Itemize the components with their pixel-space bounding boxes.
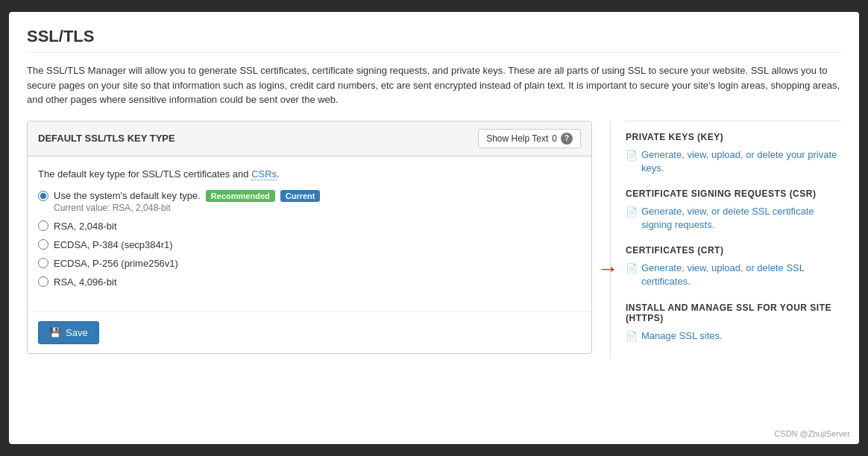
sidebar-section-title-private-keys: PRIVATE KEYS (KEY) [626,132,841,142]
sidebar-section-title-crt: CERTIFICATES (CRT) [626,245,841,256]
radio-label-opt1[interactable]: Use the system's default key type. [54,190,201,201]
radio-label-opt5[interactable]: RSA, 4,096-bit [54,276,117,288]
show-help-label: Show Help Text [486,133,548,144]
radio-input-opt1[interactable] [38,191,48,201]
show-help-value: 0 [552,133,557,144]
page-title: SSL/TLS [27,27,841,53]
sidebar-link-private-keys[interactable]: 📄Generate, view, upload, or delete your … [626,148,841,175]
radio-item-opt4[interactable]: ECDSA, P-256 (prime256v1) [38,258,581,269]
radio-input-opt5[interactable] [38,276,48,287]
radio-item-opt2[interactable]: RSA, 2,048-bit [38,221,581,232]
badge-recommended: Recommended [206,190,275,202]
radio-group: Use the system's default key type.Recomm… [38,190,581,291]
card-footer: 💾 Save [28,311,591,353]
main-window: SSL/TLS The SSL/TLS Manager will allow y… [9,12,859,444]
badge-current: Current [280,190,321,202]
left-panel: DEFAULT SSL/TLS KEY TYPE Show Help Text … [27,121,592,357]
csrs-link[interactable]: CSRs [251,168,277,180]
card-description: The default key type for SSL/TLS certifi… [38,168,581,180]
radio-item-opt5[interactable]: RSA, 4,096-bit [38,276,581,288]
sidebar-link-text-install: Manage SSL sites. [641,329,723,343]
sidebar-link-install[interactable]: 📄Manage SSL sites. [626,329,841,343]
red-arrow-icon: → [597,257,618,281]
main-layout: DEFAULT SSL/TLS KEY TYPE Show Help Text … [27,121,841,357]
current-value-opt1: Current value: RSA, 2,048-bit [54,203,581,213]
sidebar-link-csr[interactable]: 📄Generate, view, or delete SSL certifica… [626,205,841,232]
save-button[interactable]: 💾 Save [38,321,99,344]
radio-label-opt4[interactable]: ECDSA, P-256 (prime256v1) [54,258,178,269]
card-header: DEFAULT SSL/TLS KEY TYPE Show Help Text … [28,121,591,156]
sidebar-section-title-csr: CERTIFICATE SIGNING REQUESTS (CSR) [626,189,841,199]
sidebar-section-title-install: INSTALL AND MANAGE SSL FOR YOUR SITE (HT… [626,303,841,323]
card-desc-text1: The default key type for SSL/TLS certifi… [38,168,251,180]
card-body: The default key type for SSL/TLS certifi… [28,156,591,303]
page-description: The SSL/TLS Manager will allow you to ge… [27,63,841,107]
radio-input-opt4[interactable] [38,258,48,268]
sidebar-section-crt: CERTIFICATES (CRT)→📄Generate, view, uplo… [626,245,841,288]
radio-item-opt1[interactable]: Use the system's default key type.Recomm… [38,190,581,202]
doc-icon-csr: 📄 [626,206,638,219]
save-label: Save [66,327,88,338]
doc-icon-install: 📄 [626,330,638,343]
radio-label-opt3[interactable]: ECDSA, P-384 (secp384r1) [54,239,173,250]
right-panel: PRIVATE KEYS (KEY)📄Generate, view, uploa… [610,121,841,357]
doc-icon-private-keys: 📄 [626,149,638,162]
card-desc-text2: . [277,168,280,180]
sidebar-section-install: INSTALL AND MANAGE SSL FOR YOUR SITE (HT… [626,303,841,343]
sidebar-link-text-csr: Generate, view, or delete SSL certificat… [641,205,841,232]
radio-item-opt3[interactable]: ECDSA, P-384 (secp384r1) [38,239,581,250]
sidebar-section-csr: CERTIFICATE SIGNING REQUESTS (CSR)📄Gener… [626,189,841,232]
save-icon: 💾 [49,327,61,338]
radio-label-opt2[interactable]: RSA, 2,048-bit [54,221,117,232]
link-wrapper-private-keys: 📄Generate, view, upload, or delete your … [626,148,841,175]
link-wrapper-crt: →📄Generate, view, upload, or delete SSL … [626,262,841,288]
sidebar-link-crt[interactable]: 📄Generate, view, upload, or delete SSL c… [626,262,841,288]
radio-input-opt2[interactable] [38,221,48,231]
sidebar-link-text-private-keys: Generate, view, upload, or delete your p… [641,148,841,175]
sidebar-link-text-crt: Generate, view, upload, or delete SSL ce… [641,262,841,288]
watermark: CSDN @ZhujiServer [774,429,850,438]
link-wrapper-csr: 📄Generate, view, or delete SSL certifica… [626,205,841,232]
show-help-button[interactable]: Show Help Text 0 ? [478,129,581,148]
help-icon: ? [561,133,573,145]
link-wrapper-install: 📄Manage SSL sites. [626,329,841,343]
ssl-key-type-card: DEFAULT SSL/TLS KEY TYPE Show Help Text … [27,121,592,354]
sidebar-section-private-keys: PRIVATE KEYS (KEY)📄Generate, view, uploa… [626,121,841,175]
divider [626,121,841,121]
card-title: DEFAULT SSL/TLS KEY TYPE [38,133,175,144]
radio-input-opt3[interactable] [38,239,48,250]
doc-icon-crt: 📄 [626,262,638,276]
